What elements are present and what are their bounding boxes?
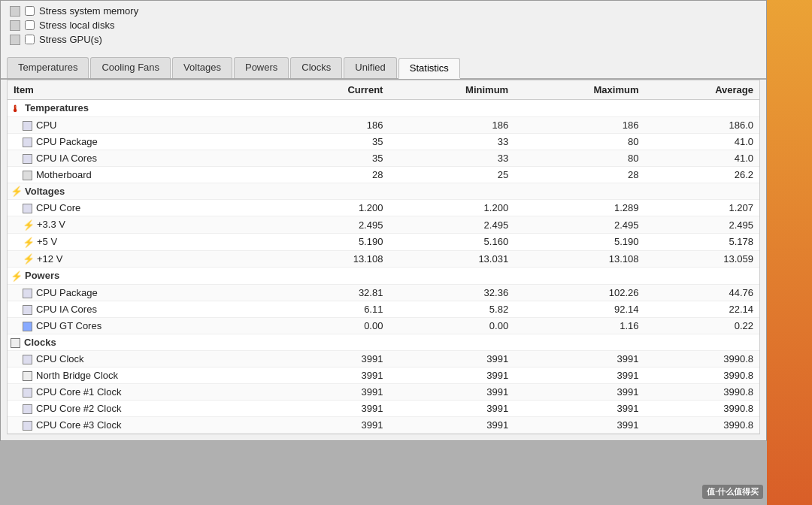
stress-disks-checkbox[interactable] <box>25 20 35 30</box>
cell-current: 0.00 <box>281 317 389 334</box>
cell-item: ⚡+5 V <box>8 234 281 251</box>
section-label: ⚡Voltages <box>8 183 759 200</box>
stress-gpus-row: Stress GPU(s) <box>10 34 757 45</box>
tab-statistics[interactable]: Statistics <box>398 58 460 79</box>
col-minimum: Minimum <box>389 80 514 100</box>
table-section-header: Clocks <box>8 334 759 350</box>
tab-powers[interactable]: Powers <box>234 57 289 78</box>
cell-average: 186.0 <box>644 116 759 133</box>
cell-minimum: 13.031 <box>389 250 514 268</box>
cell-average: 44.76 <box>644 284 759 301</box>
tab-temperatures[interactable]: Temperatures <box>7 57 89 78</box>
cpu-icon <box>23 388 32 398</box>
stress-gpus-checkbox[interactable] <box>25 35 35 44</box>
statistics-table: Item Current Minimum Maximum Average 🌡Te… <box>8 80 759 434</box>
section-label: Clocks <box>8 334 759 350</box>
cell-current: 3991 <box>281 384 389 401</box>
cell-item: Motherboard <box>8 166 281 183</box>
table-row: North Bridge Clock 3991 3991 3991 3990.8 <box>8 367 759 384</box>
stress-gpus-icon <box>10 35 20 45</box>
cell-maximum: 3991 <box>514 417 644 434</box>
col-maximum: Maximum <box>514 80 644 100</box>
cell-average: 26.2 <box>644 166 759 183</box>
cell-item: CPU Package <box>8 284 281 301</box>
stress-disks-label: Stress local disks <box>39 20 114 31</box>
cell-item: ⚡+3.3 V <box>8 216 281 234</box>
tab-cooling-fans[interactable]: Cooling Fans <box>90 57 171 78</box>
cell-average: 13.059 <box>644 250 759 268</box>
lightning-icon: ⚡ <box>11 186 21 197</box>
cell-item: CPU Package <box>8 133 281 150</box>
cell-current: 1.200 <box>281 200 389 216</box>
cell-maximum: 80 <box>514 133 644 150</box>
tab-clocks[interactable]: Clocks <box>290 57 342 78</box>
cell-maximum: 186 <box>514 116 644 133</box>
table-row: CPU GT Cores 0.00 0.00 1.16 0.22 <box>8 317 759 334</box>
table-row: CPU Package 32.81 32.36 102.26 44.76 <box>8 284 759 301</box>
cell-average: 22.14 <box>644 301 759 317</box>
top-checkboxes: Stress system memory Stress local disks … <box>1 1 766 56</box>
table-row: CPU Core 1.200 1.200 1.289 1.207 <box>8 200 759 216</box>
cell-maximum: 3991 <box>514 401 644 417</box>
lightning-icon: ⚡ <box>23 237 33 248</box>
cell-maximum: 1.16 <box>514 317 644 334</box>
fire-icon: 🌡 <box>11 104 21 114</box>
cell-average: 3990.8 <box>644 417 759 434</box>
cell-average: 1.207 <box>644 200 759 216</box>
cell-current: 28 <box>281 166 389 183</box>
cell-current: 186 <box>281 116 389 133</box>
table-section-header: ⚡Voltages <box>8 183 759 200</box>
cell-minimum: 3991 <box>389 367 514 384</box>
cell-current: 2.495 <box>281 216 389 234</box>
cell-current: 13.108 <box>281 250 389 268</box>
cell-current: 3991 <box>281 350 389 367</box>
tab-unified[interactable]: Unified <box>344 57 396 78</box>
cell-minimum: 5.82 <box>389 301 514 317</box>
section-label: 🌡Temperatures <box>8 100 759 117</box>
table-row: CPU IA Cores 6.11 5.82 92.14 22.14 <box>8 301 759 317</box>
cell-average: 5.178 <box>644 234 759 251</box>
stress-disks-icon <box>10 20 20 31</box>
cpu-icon <box>23 421 32 431</box>
cell-maximum: 28 <box>514 166 644 183</box>
stress-gpus-label: Stress GPU(s) <box>39 34 102 45</box>
stress-memory-row: Stress system memory <box>10 5 757 17</box>
cell-current: 32.81 <box>281 284 389 301</box>
cell-minimum: 2.495 <box>389 216 514 234</box>
cell-item: CPU IA Cores <box>8 301 281 317</box>
cell-maximum: 13.108 <box>514 250 644 268</box>
cell-current: 5.190 <box>281 234 389 251</box>
section-label: ⚡Powers <box>8 268 759 285</box>
mb-icon <box>23 171 32 180</box>
col-current: Current <box>281 80 389 100</box>
table-row: CPU 186 186 186 186.0 <box>8 116 759 133</box>
lightning-icon: ⚡ <box>23 220 33 231</box>
stress-memory-checkbox[interactable] <box>25 6 35 16</box>
cell-minimum: 33 <box>389 150 514 166</box>
cell-current: 3991 <box>281 417 389 434</box>
table-header-row: Item Current Minimum Maximum Average <box>8 80 759 100</box>
cell-minimum: 1.200 <box>389 200 514 216</box>
cell-maximum: 80 <box>514 150 644 166</box>
tab-voltages[interactable]: Voltages <box>172 57 232 78</box>
cell-maximum: 3991 <box>514 384 644 401</box>
cell-item: CPU IA Cores <box>8 150 281 166</box>
cell-average: 3990.8 <box>644 384 759 401</box>
cpu-icon <box>23 305 32 315</box>
table-row: CPU Package 35 33 80 41.0 <box>8 133 759 150</box>
lightning-icon: ⚡ <box>23 254 33 265</box>
cell-maximum: 92.14 <box>514 301 644 317</box>
cpu-icon <box>23 289 32 298</box>
cell-minimum: 3991 <box>389 350 514 367</box>
cell-maximum: 3991 <box>514 350 644 367</box>
cell-average: 41.0 <box>644 133 759 150</box>
cell-maximum: 2.495 <box>514 216 644 234</box>
cell-current: 3991 <box>281 401 389 417</box>
cell-item: CPU Core #1 Clock <box>8 384 281 401</box>
table-row: ⚡+12 V 13.108 13.031 13.108 13.059 <box>8 250 759 268</box>
cell-item: North Bridge Clock <box>8 367 281 384</box>
cell-maximum: 5.190 <box>514 234 644 251</box>
cell-item: ⚡+12 V <box>8 250 281 268</box>
cell-average: 3990.8 <box>644 367 759 384</box>
cell-current: 35 <box>281 150 389 166</box>
